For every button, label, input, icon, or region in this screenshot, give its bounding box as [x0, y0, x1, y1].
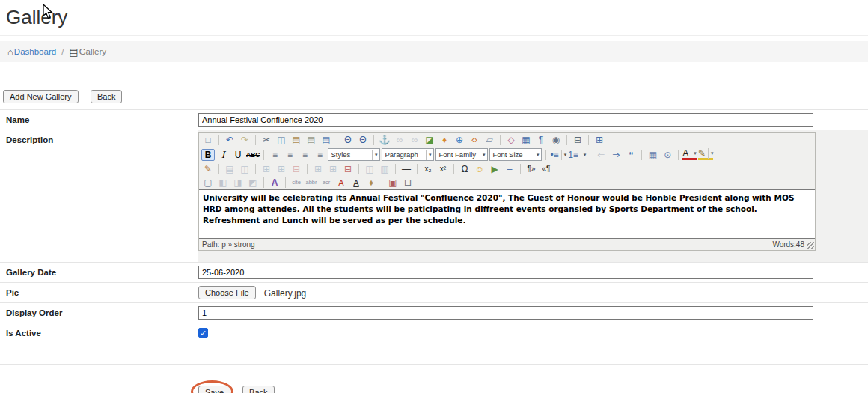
editor-toolbar-row-3: ✎▤◫⊞⊞⊟⊞⊞⊟◫▥—x₂x²Ω☺▶–¶»«¶	[199, 162, 815, 176]
superscript-icon[interactable]: x²	[436, 163, 450, 175]
forecolor-icon[interactable]: A	[682, 150, 697, 160]
redo-icon[interactable]: ↷	[238, 134, 251, 146]
editor-path-text: Path: p » strong	[202, 240, 255, 249]
paste-text-icon[interactable]: ▤	[305, 134, 318, 146]
col-after-icon[interactable]: ⊞	[326, 163, 340, 175]
subscript-icon[interactable]: x₂	[421, 163, 435, 175]
ins-icon[interactable]: A	[349, 177, 363, 189]
find-replace-icon[interactable]: Θ	[356, 134, 370, 146]
hr-icon[interactable]: —	[400, 163, 413, 175]
is-active-checkbox[interactable]: ✓	[198, 328, 208, 338]
editor-resize-grip[interactable]	[807, 242, 814, 249]
bullet-list-icon[interactable]: •≡	[550, 149, 566, 161]
gallery-date-label: Gallery Date	[0, 263, 198, 281]
row-props-icon[interactable]: ▤	[223, 163, 236, 175]
align-justify-icon[interactable]: ≡	[313, 149, 326, 161]
cite-icon[interactable]: cite	[290, 177, 303, 189]
is-active-row: Is Active ✓	[0, 323, 868, 350]
name-input[interactable]	[198, 113, 813, 127]
undo-icon[interactable]: ↶	[223, 134, 236, 146]
strike-icon[interactable]: ABC	[246, 149, 260, 161]
font-size-dropdown[interactable]: Font Size	[489, 148, 542, 161]
insert-table-icon[interactable]: ▦	[519, 134, 533, 146]
outdent-icon[interactable]: ⇐	[594, 149, 608, 161]
font-family-dropdown[interactable]: Font Family	[435, 148, 488, 161]
col-before-icon[interactable]: ⊞	[311, 163, 325, 175]
acronym-icon[interactable]: acr	[320, 177, 333, 189]
pagebreak-icon[interactable]: ⊟	[401, 177, 415, 189]
unlink-icon[interactable]: ∞	[408, 134, 421, 146]
fullscreen-icon[interactable]: ⊞	[593, 134, 606, 146]
abbr-icon[interactable]: abbr	[305, 177, 318, 189]
anchor-icon[interactable]: ⚓	[378, 134, 391, 146]
insert-date-icon[interactable]: ▦	[646, 149, 659, 161]
print-icon[interactable]: ⊟	[571, 134, 584, 146]
paste-word-icon[interactable]: ▤	[320, 134, 333, 146]
row-before-icon[interactable]: ⊞	[260, 163, 273, 175]
format-dropdown[interactable]: Paragraph	[382, 148, 434, 161]
new-document-icon[interactable]: □	[201, 134, 215, 146]
back-button-top[interactable]: Back	[91, 90, 122, 103]
description-editor-content[interactable]: University will be celebrating its Annua…	[199, 189, 815, 239]
align-right-icon[interactable]: ≡	[298, 149, 311, 161]
insert-layer-icon[interactable]: ◧	[216, 177, 230, 189]
preview-icon[interactable]: ◉	[549, 134, 563, 146]
delete-row-icon[interactable]: ⊟	[290, 163, 303, 175]
nonbreaking-icon[interactable]: –	[503, 163, 516, 175]
breadcrumb-dashboard-link[interactable]: Dashboard	[14, 47, 56, 56]
template-icon[interactable]: ▱	[483, 134, 496, 146]
cut-icon[interactable]: ✂	[260, 134, 273, 146]
rtl-icon[interactable]: «¶	[540, 163, 553, 175]
italic-icon[interactable]: I	[216, 149, 230, 161]
cleanup-icon[interactable]: ◇	[504, 134, 518, 146]
merge-cells-icon[interactable]: ▥	[378, 163, 391, 175]
insert-time-icon[interactable]: ⊙	[661, 149, 674, 161]
page-header: Gallery	[0, 0, 868, 36]
indent-icon[interactable]: ⇒	[609, 149, 623, 161]
copy-icon[interactable]: ◫	[275, 134, 288, 146]
separator	[373, 135, 374, 145]
split-cells-icon[interactable]: ◫	[363, 163, 376, 175]
display-order-input[interactable]	[198, 306, 813, 320]
image-icon[interactable]: ◪	[423, 134, 436, 146]
media-globe-icon[interactable]: ⊕	[453, 134, 466, 146]
emoticon-icon[interactable]: ☺	[473, 163, 486, 175]
align-left-icon[interactable]: ≡	[268, 149, 281, 161]
attribs-icon[interactable]: ♦	[364, 177, 378, 189]
html-icon[interactable]: ‹›	[468, 134, 481, 146]
flash-icon[interactable]: ♦	[438, 134, 451, 146]
back-button-bottom[interactable]: Back	[242, 386, 274, 393]
visual-chars-icon[interactable]: ¶	[534, 134, 548, 146]
styles-dropdown[interactable]: Styles	[328, 148, 380, 161]
breadcrumb-separator: /	[61, 47, 64, 56]
styleprops-icon[interactable]: A	[268, 177, 281, 189]
add-new-gallery-button[interactable]: Add New Gallery	[3, 90, 79, 103]
gallery-form: Name Description □↶↷✂◫▤▤▤ΘΘ⚓∞∞◪♦⊕‹›▱◇▦¶◉…	[0, 109, 868, 365]
save-button[interactable]: Save	[198, 386, 230, 393]
bold-icon[interactable]: B	[201, 149, 215, 161]
blockquote-icon[interactable]: “	[624, 149, 638, 161]
ltr-icon[interactable]: ¶»	[525, 163, 538, 175]
delete-col-icon[interactable]: ⊟	[341, 163, 355, 175]
link-icon[interactable]: ∞	[393, 134, 406, 146]
move-backward-icon[interactable]: ◩	[246, 177, 260, 189]
charmap-icon[interactable]: Ω	[458, 163, 471, 175]
cell-props-icon[interactable]: ◫	[238, 163, 251, 175]
selected-file-name: Gallery.jpg	[264, 288, 306, 299]
backcolor-icon[interactable]: ✎	[698, 150, 714, 160]
find-icon[interactable]: Θ	[341, 134, 355, 146]
underline-icon[interactable]: U	[231, 149, 245, 161]
move-forward-icon[interactable]: ◨	[231, 177, 245, 189]
paste-icon[interactable]: ▤	[290, 134, 303, 146]
media-icon[interactable]: ▶	[488, 163, 501, 175]
choose-file-button[interactable]: Choose File	[198, 286, 256, 299]
del-icon[interactable]: A	[334, 177, 348, 189]
row-after-icon[interactable]: ⊞	[275, 163, 288, 175]
numbered-list-icon[interactable]: 1≡	[568, 149, 586, 161]
visual-aid-icon[interactable]: ▢	[201, 177, 215, 189]
separator	[678, 150, 679, 160]
image-embed-icon[interactable]: ▣	[386, 177, 400, 189]
align-center-icon[interactable]: ≡	[283, 149, 296, 161]
gallery-date-input[interactable]	[198, 266, 813, 279]
table-edit-icon[interactable]: ✎	[201, 163, 215, 175]
